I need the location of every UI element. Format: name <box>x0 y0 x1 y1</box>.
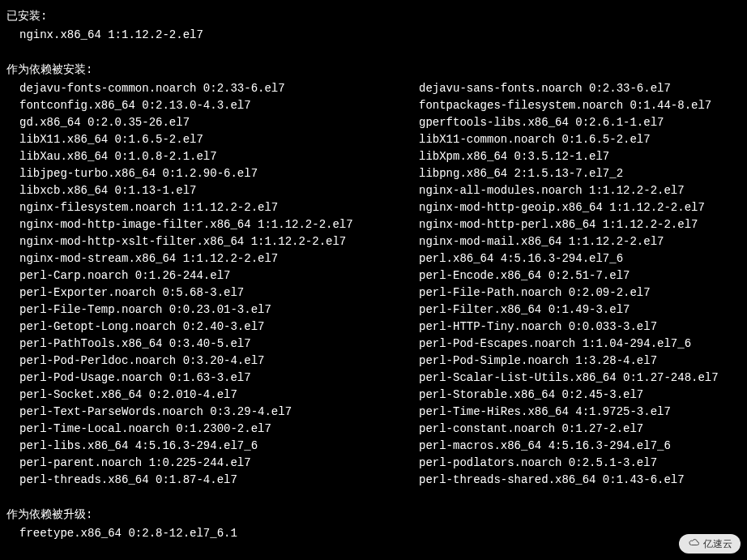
package-entry: perl-parent.noarch 1:0.225-244.el7 <box>19 455 419 472</box>
package-entry: libpng.x86_64 2:1.5.13-7.el7_2 <box>419 165 741 182</box>
package-entry: nginx-mod-mail.x86_64 1:1.12.2-2.el7 <box>419 233 741 250</box>
package-entry: perl-constant.noarch 0:1.27-2.el7 <box>419 421 741 438</box>
package-entry: perl-Storable.x86_64 0:2.45-3.el7 <box>419 387 741 404</box>
package-entry: fontconfig.x86_64 0:2.13.0-4.3.el7 <box>19 97 419 114</box>
package-entry: perl-Getopt-Long.noarch 0:2.40-3.el7 <box>19 318 419 336</box>
package-entry: perl-Encode.x86_64 0:2.51-7.el7 <box>419 267 741 284</box>
package-entry: perl-Text-ParseWords.noarch 0:3.29-4.el7 <box>19 404 419 421</box>
package-entry: fontpackages-filesystem.noarch 0:1.44-8.… <box>419 97 741 114</box>
package-entry: nginx-mod-stream.x86_64 1:1.12.2-2.el7 <box>19 250 419 267</box>
package-entry: perl-threads-shared.x86_64 0:1.43-6.el7 <box>419 472 741 489</box>
package-entry: libXau.x86_64 0:1.0.8-2.1.el7 <box>19 148 419 165</box>
package-entry: dejavu-fonts-common.noarch 0:2.33-6.el7 <box>19 80 419 97</box>
package-entry: perl-Pod-Escapes.noarch 1:1.04-294.el7_6 <box>419 336 741 353</box>
deps-installed-header: 作为依赖被安装: <box>6 62 741 79</box>
package-entry: perl-Carp.noarch 0:1.26-244.el7 <box>19 267 419 284</box>
package-entry: nginx-mod-http-geoip.x86_64 1:1.12.2-2.e… <box>419 199 741 216</box>
package-entry: perl-Pod-Simple.noarch 1:3.28-4.el7 <box>419 353 741 370</box>
watermark-badge: 亿速云 <box>679 534 741 554</box>
watermark-text: 亿速云 <box>703 536 732 551</box>
package-entry: nginx-mod-http-perl.x86_64 1:1.12.2-2.el… <box>419 216 741 233</box>
package-entry: perl-Filter.x86_64 0:1.49-3.el7 <box>419 301 741 318</box>
package-entry: perl-Pod-Usage.noarch 0:1.63-3.el7 <box>19 370 419 387</box>
package-entry: perl-libs.x86_64 4:5.16.3-294.el7_6 <box>19 438 419 455</box>
package-entry: perl-Time-HiRes.x86_64 4:1.9725-3.el7 <box>419 404 741 421</box>
deps-installed-list: dejavu-fonts-common.noarch 0:2.33-6.el7f… <box>6 80 741 489</box>
package-entry: dejavu-sans-fonts.noarch 0:2.33-6.el7 <box>419 80 741 97</box>
package-entry: libX11.x86_64 0:1.6.5-2.el7 <box>19 131 419 148</box>
package-entry: perl-threads.x86_64 0:1.87-4.el7 <box>19 472 419 489</box>
upgraded-package: freetype.x86_64 0:2.8-12.el7_6.1 <box>6 525 741 542</box>
package-entry: perl-PathTools.x86_64 0:3.40-5.el7 <box>19 336 419 353</box>
package-entry: perl-Time-Local.noarch 0:1.2300-2.el7 <box>19 421 419 438</box>
deps-column-left: dejavu-fonts-common.noarch 0:2.33-6.el7f… <box>19 80 419 489</box>
package-entry: gd.x86_64 0:2.0.35-26.el7 <box>19 114 419 131</box>
package-entry: perl-Scalar-List-Utils.x86_64 0:1.27-248… <box>419 370 741 387</box>
package-entry: perl.x86_64 4:5.16.3-294.el7_6 <box>419 250 741 267</box>
deps-column-right: dejavu-sans-fonts.noarch 0:2.33-6.el7fon… <box>419 80 741 489</box>
package-entry: perl-macros.x86_64 4:5.16.3-294.el7_6 <box>419 438 741 455</box>
terminal-output: 已安装: nginx.x86_64 1:1.12.2-2.el7 作为依赖被安装… <box>6 8 741 542</box>
cloud-icon <box>687 536 700 551</box>
package-entry: perl-File-Temp.noarch 0:0.23.01-3.el7 <box>19 301 419 318</box>
package-entry: perl-podlators.noarch 0:2.5.1-3.el7 <box>419 455 741 472</box>
package-entry: libxcb.x86_64 0:1.13-1.el7 <box>19 182 419 199</box>
installed-package: nginx.x86_64 1:1.12.2-2.el7 <box>6 27 741 44</box>
package-entry: perl-HTTP-Tiny.noarch 0:0.033-3.el7 <box>419 318 741 336</box>
package-entry: gperftools-libs.x86_64 0:2.6.1-1.el7 <box>419 114 741 131</box>
installed-header: 已安装: <box>6 8 741 25</box>
package-entry: perl-Pod-Perldoc.noarch 0:3.20-4.el7 <box>19 353 419 370</box>
deps-upgraded-header: 作为依赖被升级: <box>6 507 741 524</box>
package-entry: libjpeg-turbo.x86_64 0:1.2.90-6.el7 <box>19 165 419 182</box>
package-entry: libX11-common.noarch 0:1.6.5-2.el7 <box>419 131 741 148</box>
package-entry: nginx-filesystem.noarch 1:1.12.2-2.el7 <box>19 199 419 216</box>
package-entry: nginx-mod-http-image-filter.x86_64 1:1.1… <box>19 216 419 233</box>
package-entry: libXpm.x86_64 0:3.5.12-1.el7 <box>419 148 741 165</box>
package-entry: nginx-all-modules.noarch 1:1.12.2-2.el7 <box>419 182 741 199</box>
package-entry: perl-File-Path.noarch 0:2.09-2.el7 <box>419 284 741 301</box>
package-entry: perl-Exporter.noarch 0:5.68-3.el7 <box>19 284 419 301</box>
package-entry: perl-Socket.x86_64 0:2.010-4.el7 <box>19 387 419 404</box>
package-entry: nginx-mod-http-xslt-filter.x86_64 1:1.12… <box>19 233 419 250</box>
